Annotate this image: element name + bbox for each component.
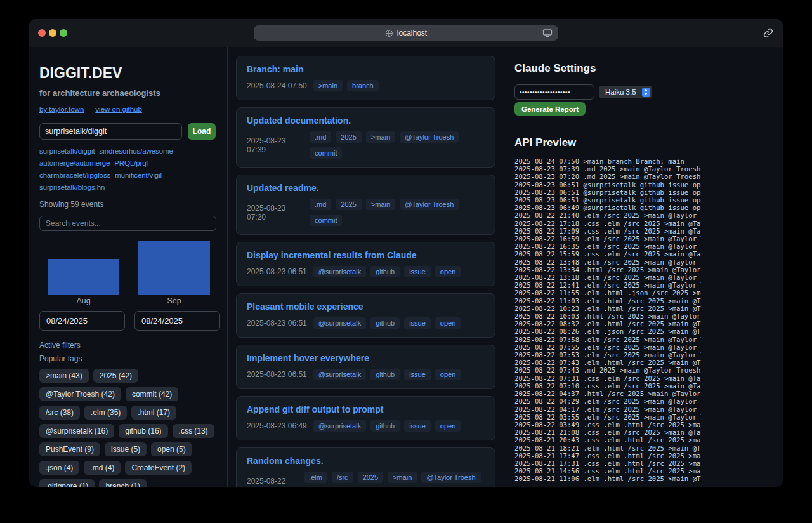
event-tag[interactable]: 2025 [336, 199, 361, 210]
event-tag[interactable]: @surprisetalk [313, 369, 366, 380]
date-from-input[interactable] [39, 311, 125, 331]
event-tag[interactable]: @Taylor Troesh [400, 199, 459, 210]
event-tag[interactable]: open [435, 420, 461, 432]
browser-titlebar: localhost [29, 19, 783, 47]
event-card[interactable]: Append git diff output to prompt 2025-08… [236, 396, 495, 440]
event-tag[interactable]: github [370, 266, 400, 277]
model-select[interactable]: Haiku 3.5 [599, 86, 652, 98]
api-preview-line: 2025-08-22 07:43 .md 2025 >main @Taylor … [514, 366, 701, 374]
event-meta: 2025-08-24 07:50 >mainbranch [247, 80, 485, 91]
repo-input[interactable] [39, 123, 182, 140]
tag-filter[interactable]: .gitignore (1) [39, 479, 95, 487]
link-icon[interactable] [763, 27, 774, 39]
event-tag[interactable]: /src [332, 472, 353, 483]
event-tag[interactable]: @surprisetalk [313, 317, 366, 329]
event-tag[interactable]: commit [310, 215, 342, 226]
close-button[interactable] [38, 29, 46, 37]
histogram-bar[interactable] [138, 241, 210, 295]
author-link[interactable]: view on github [95, 105, 142, 113]
event-card[interactable]: Display incremental results from Claude … [236, 242, 495, 286]
event-tag[interactable]: @surprisetalk [313, 266, 366, 277]
event-tag[interactable]: github [370, 369, 400, 380]
event-tag[interactable]: github [370, 317, 400, 329]
tag-filter[interactable]: PushEvent (9) [39, 442, 100, 456]
event-tag[interactable]: @Taylor Troesh [421, 472, 480, 483]
author-link[interactable]: by taylor.town [39, 105, 84, 113]
display-icon[interactable] [542, 29, 553, 37]
event-tag[interactable]: .md [310, 131, 331, 143]
event-card[interactable]: Random changes. 2025-08-22 21:40 .elm/sr… [236, 447, 495, 487]
event-tag[interactable]: @Taylor Troesh [400, 131, 459, 143]
tag-filter[interactable]: commit (42) [126, 387, 178, 401]
repo-link[interactable]: surprisetalk/blogs.hn [39, 183, 105, 191]
event-tag[interactable]: @surprisetalk [313, 420, 366, 432]
event-tag[interactable]: .elm [304, 472, 327, 483]
event-tag[interactable]: open [435, 317, 461, 329]
address-bar[interactable]: localhost [254, 25, 558, 41]
event-tag[interactable]: >main [366, 199, 395, 210]
date-to-input[interactable] [134, 311, 220, 331]
event-title[interactable]: Random changes. [247, 456, 485, 466]
event-tag[interactable]: issue [404, 369, 431, 380]
histogram-bar[interactable] [48, 259, 119, 295]
event-title[interactable]: Implement hover everywhere [247, 353, 485, 363]
api-key-input[interactable] [514, 84, 594, 100]
event-title[interactable]: Display incremental results from Claude [247, 250, 485, 260]
tag-filter[interactable]: @surprisetalk (16) [39, 424, 114, 438]
event-tag[interactable]: issue [404, 266, 431, 277]
repo-link[interactable]: surprisetalk/diggit [39, 147, 95, 155]
api-preview-line: 2025-08-24 07:50 >main branch Branch: ma… [514, 157, 701, 165]
tag-filter[interactable]: /src (38) [39, 406, 80, 420]
repo-link[interactable]: charmbracelet/lipgloss [39, 171, 110, 179]
tag-filter[interactable]: @Taylor Troesh (42) [39, 387, 121, 401]
event-title[interactable]: Updated documentation. [247, 116, 485, 126]
tag-filter[interactable]: .css (13) [173, 424, 214, 438]
event-card[interactable]: Branch: main 2025-08-24 07:50 >mainbranc… [236, 56, 495, 100]
event-card[interactable]: Updated documentation. 2025-08-23 07:39 … [236, 107, 495, 168]
tag-filter[interactable]: github (16) [119, 424, 167, 438]
event-tag[interactable]: 2025 [358, 472, 383, 483]
tag-filter[interactable]: >main (43) [39, 369, 89, 383]
event-tag[interactable]: >main [313, 80, 343, 91]
event-tag[interactable]: 2025 [336, 131, 361, 143]
event-tag[interactable]: commit [310, 147, 342, 159]
event-card[interactable]: Updated readme. 2025-08-23 07:20 .md2025… [236, 175, 495, 235]
event-card[interactable]: Pleasant mobile experience 2025-08-23 06… [236, 293, 495, 338]
zoom-button[interactable] [60, 29, 67, 37]
event-tag[interactable]: open [435, 369, 461, 380]
minimize-button[interactable] [49, 29, 56, 37]
tag-filter[interactable]: .elm (35) [84, 406, 127, 420]
load-button[interactable]: Load [188, 123, 216, 140]
tag-filter[interactable]: CreateEvent (2) [125, 461, 192, 475]
event-tag[interactable]: >main [388, 472, 417, 483]
tag-filter[interactable]: issue (5) [105, 442, 147, 456]
event-title[interactable]: Pleasant mobile experience [247, 301, 485, 312]
repo-link[interactable]: munificent/vigil [115, 171, 162, 179]
tag-filter[interactable]: .md (4) [84, 461, 121, 475]
event-tag[interactable]: github [370, 420, 400, 432]
event-tag[interactable]: >main [366, 131, 395, 143]
generate-report-button[interactable]: Generate Report [514, 102, 586, 116]
event-title[interactable]: Append git diff output to prompt [247, 404, 485, 414]
event-card[interactable]: Implement hover everywhere 2025-08-23 06… [236, 345, 495, 389]
event-title[interactable]: Branch: main [247, 64, 485, 74]
tag-filter[interactable]: 2025 (42) [93, 369, 138, 383]
api-preview-line: 2025-08-22 13:18 .elm /src 2025 >main @T… [514, 274, 701, 281]
event-tag[interactable]: branch [347, 80, 379, 91]
event-tag[interactable]: issue [404, 420, 431, 432]
tag-filter[interactable]: .json (4) [39, 461, 79, 475]
api-preview-line: 2025-08-22 17:09 .css .elm /src 2025 >ma… [514, 227, 701, 235]
repo-link[interactable]: automerge/automerge [39, 159, 110, 167]
repo-link[interactable]: sindresorhus/awesome [100, 147, 173, 155]
event-tag[interactable]: .md [310, 199, 331, 210]
api-preview-line: 2025-08-22 08:26 .elm .json /src 2025 >m… [514, 328, 701, 335]
repo-link[interactable]: PRQL/prql [114, 159, 148, 167]
search-input[interactable] [39, 216, 216, 231]
event-tag[interactable]: open [435, 266, 461, 277]
tag-filter[interactable]: .html (17) [131, 406, 176, 420]
event-tags: .md2025>main@Taylor Troeshcommit [310, 199, 485, 226]
event-tag[interactable]: issue [404, 317, 431, 329]
event-title[interactable]: Updated readme. [247, 183, 485, 193]
tag-filter[interactable]: open (5) [151, 442, 192, 456]
tag-filter[interactable]: branch (1) [99, 479, 147, 487]
